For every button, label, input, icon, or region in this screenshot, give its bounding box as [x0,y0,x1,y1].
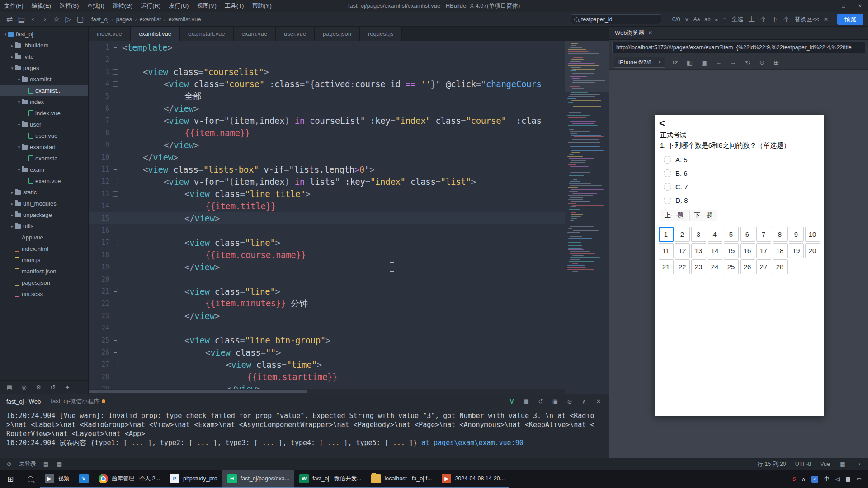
match-case-icon[interactable]: Aa [693,16,700,23]
code-line[interactable]: 13–<view class="line title"> [89,188,565,200]
expand-link[interactable]: ... [327,439,340,447]
question-number-cell[interactable]: 10 [805,227,820,242]
list-icon[interactable]: ≣ [722,16,727,23]
tree-arrow-icon[interactable]: ▾ [16,100,22,104]
menubar-item[interactable]: 编辑(E) [28,0,55,12]
question-number-cell[interactable]: 16 [740,243,755,258]
browser-tab[interactable]: Web浏览器 ✕ [615,29,653,37]
taskbar-app-button[interactable]: 题库管理 - 个人 2... [94,470,165,488]
source-link[interactable]: at pages\exam\exam.vue:90 [421,439,524,447]
expand-link[interactable]: ... [262,439,274,447]
menubar-item[interactable]: 查找(I) [83,0,108,12]
tree-arrow-icon[interactable]: ▾ [16,168,22,172]
tree-item[interactable]: ▾index [0,96,88,108]
find-action-button[interactable]: 下一个 [772,15,789,23]
tree-arrow-icon[interactable]: ▸ [9,43,15,48]
fold-icon[interactable]: – [113,45,118,50]
apps-icon[interactable]: ⊞ [772,58,781,67]
fold-icon[interactable]: – [113,179,118,184]
tree-arrow-icon[interactable]: ▾ [16,77,22,82]
code-editor[interactable]: 1–<template>23–<view class="courselist">… [89,41,565,394]
back-icon[interactable]: ← [714,58,723,67]
code-line[interactable]: 18{{item.course.name}} [89,249,565,261]
screenshot-icon[interactable]: ▣ [700,58,709,67]
fold-icon[interactable]: – [113,81,118,87]
back-button[interactable]: < [655,115,824,131]
code-line[interactable]: 7–<view v-for="(item,index) in courseLis… [89,114,565,127]
sync-icon[interactable]: ↺ [49,384,57,392]
code-line[interactable]: 3–<view class="courselist"> [89,66,565,78]
chevron-down-icon[interactable]: ∨ [685,16,689,23]
editor-tab[interactable]: exam.vue [234,27,276,41]
question-number-cell[interactable]: 5 [724,227,739,242]
devtools-icon[interactable]: ◧ [685,58,694,67]
code-line[interactable]: 24 [89,322,565,334]
tray-expand-icon[interactable]: ∧ [802,476,806,482]
menubar-item[interactable]: 视图(V) [193,0,220,12]
tree-item[interactable]: ▸static [0,187,88,198]
nav-back-icon[interactable]: ‹ [28,14,38,24]
fold-icon[interactable]: – [113,350,118,355]
code-line[interactable]: 26–<view class=""> [89,346,565,358]
tree-item[interactable]: index.vue [0,108,88,119]
breadcrumb-item[interactable]: pages [116,16,132,23]
code-line[interactable]: 15</view> [89,212,565,224]
find-action-button[interactable]: 全选 [731,15,743,23]
editor-tab[interactable]: index.vue [89,27,131,41]
expand-link[interactable]: ... [132,439,144,447]
device-select[interactable]: iPhone 6/7/8 ▾ [614,57,665,68]
close-icon[interactable]: ✕ [852,0,868,12]
question-number-cell[interactable]: 14 [708,243,722,258]
settings-icon[interactable]: ⚙ [34,384,42,392]
code-line[interactable]: 25–<view class="line btn-group"> [89,334,565,346]
sogou-icon[interactable]: S [792,476,796,482]
log-panel-icon[interactable]: ▣ [551,397,559,405]
code-line[interactable]: 8{{item.name}} [89,127,565,139]
preview-button[interactable]: 预览 [837,14,863,25]
console-tab[interactable]: fast_oj-微信小程序 [51,397,105,405]
editor-tab[interactable]: examstart.vue [180,27,234,41]
question-number-cell[interactable]: 3 [691,227,706,242]
split-icon[interactable]: ▦ [522,397,530,405]
tree-item[interactable]: ▸.hbuilderx [0,40,88,51]
fold-icon[interactable]: – [113,167,118,172]
maximize-icon[interactable]: □ [835,0,852,12]
tab-close-icon[interactable]: ✕ [648,30,653,36]
breadcrumb-item[interactable]: examlist.vue [168,16,201,23]
code-line[interactable]: 11–<view class="lists-box" v-if="lists.l… [89,163,565,175]
question-number-cell[interactable]: 11 [659,243,674,258]
code-line[interactable]: 4–<view class="course" :class="{actived:… [89,78,565,90]
regex-icon[interactable]: ⁎ [715,16,718,23]
tree-item[interactable]: user.vue [0,130,88,141]
tree-arrow-icon[interactable]: ▾ [9,66,15,70]
tree-item[interactable]: examlist... [0,85,88,96]
question-number-cell[interactable]: 24 [708,259,722,274]
question-number-cell[interactable]: 28 [773,259,788,274]
radio-button[interactable] [664,169,671,177]
radio-button[interactable] [664,183,671,191]
find-close-icon[interactable]: ✕ [824,16,828,23]
code-line[interactable]: 19</view> [89,261,565,273]
tree-arrow-icon[interactable]: ▾ [16,122,22,127]
tree-item[interactable]: examsta... [0,153,88,164]
tree-item[interactable]: manifest.json [0,266,88,277]
run-icon[interactable]: ▷ [63,14,73,24]
save-icon[interactable]: ▤ [16,14,26,24]
file-encoding[interactable]: UTF-8 [795,461,811,467]
tree-item[interactable]: ▾user [0,119,88,130]
tree-arrow-icon[interactable]: ▸ [9,202,15,206]
question-number-cell[interactable]: 6 [740,227,755,242]
minimap[interactable] [565,41,609,394]
refresh-icon[interactable]: ⟲ [743,58,752,67]
tree-item[interactable]: ▸.vite [0,51,88,62]
rotate-icon[interactable]: ⟳ [671,58,680,67]
tree-item[interactable]: main.js [0,254,88,266]
taskbar-app-button[interactable]: ▶视频 [40,470,74,488]
scrollbar-thumb[interactable] [89,390,307,393]
bookmark-icon[interactable]: ☆ [52,14,61,24]
radio-button[interactable] [664,156,671,164]
code-line[interactable]: 22{{item.minutes}} 分钟 [89,297,565,310]
question-number-cell[interactable]: 7 [756,227,771,242]
question-number-cell[interactable]: 8 [773,227,788,242]
whole-word-icon[interactable]: ab [704,16,710,23]
